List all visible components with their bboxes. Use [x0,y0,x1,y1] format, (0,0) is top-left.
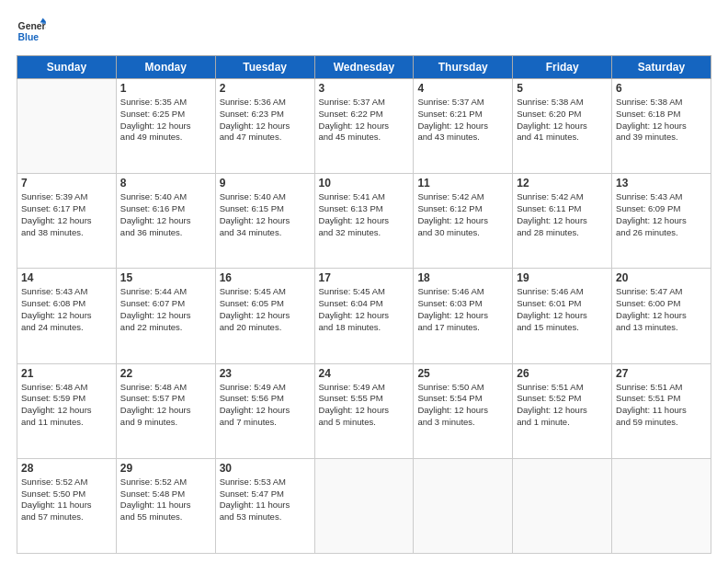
cell-content: Sunrise: 5:49 AM Sunset: 5:55 PM Dayligh… [319,382,410,429]
day-number: 10 [319,177,410,190]
weekday-header-sunday: Sunday [17,56,117,79]
cell-content: Sunrise: 5:42 AM Sunset: 6:11 PM Dayligh… [517,191,608,238]
calendar-cell: 17Sunrise: 5:45 AM Sunset: 6:04 PM Dayli… [314,269,414,363]
day-number: 29 [120,462,211,475]
day-number: 13 [616,177,707,190]
calendar-cell [414,458,513,553]
calendar-cell: 13Sunrise: 5:43 AM Sunset: 6:09 PM Dayli… [612,174,711,269]
week-row-3: 14Sunrise: 5:43 AM Sunset: 6:08 PM Dayli… [17,269,711,363]
cell-content: Sunrise: 5:35 AM Sunset: 6:25 PM Dayligh… [120,97,211,144]
calendar-cell: 8Sunrise: 5:40 AM Sunset: 6:16 PM Daylig… [116,174,215,269]
calendar-cell [314,458,414,553]
cell-content: Sunrise: 5:44 AM Sunset: 6:07 PM Dayligh… [120,286,211,333]
weekday-header-wednesday: Wednesday [314,56,414,79]
weekday-header-friday: Friday [513,56,612,79]
calendar-cell: 7Sunrise: 5:39 AM Sunset: 6:17 PM Daylig… [17,174,117,269]
cell-content: Sunrise: 5:39 AM Sunset: 6:17 PM Dayligh… [21,191,112,238]
calendar-cell: 3Sunrise: 5:37 AM Sunset: 6:22 PM Daylig… [314,79,414,174]
calendar-cell: 20Sunrise: 5:47 AM Sunset: 6:00 PM Dayli… [612,269,711,363]
calendar-cell: 11Sunrise: 5:42 AM Sunset: 6:12 PM Dayli… [414,174,513,269]
weekday-header-tuesday: Tuesday [215,56,314,79]
day-number: 6 [616,82,707,95]
day-number: 21 [21,367,112,380]
day-number: 26 [517,367,608,380]
calendar-cell: 25Sunrise: 5:50 AM Sunset: 5:54 PM Dayli… [414,363,513,458]
calendar-cell: 5Sunrise: 5:38 AM Sunset: 6:20 PM Daylig… [513,79,612,174]
calendar-cell: 14Sunrise: 5:43 AM Sunset: 6:08 PM Dayli… [17,269,117,363]
day-number: 14 [21,271,112,284]
cell-content: Sunrise: 5:48 AM Sunset: 5:59 PM Dayligh… [21,382,112,429]
calendar-cell: 19Sunrise: 5:46 AM Sunset: 6:01 PM Dayli… [513,269,612,363]
weekday-header-saturday: Saturday [612,56,711,79]
calendar-cell: 4Sunrise: 5:37 AM Sunset: 6:21 PM Daylig… [414,79,513,174]
day-number: 8 [120,177,211,190]
calendar-cell: 1Sunrise: 5:35 AM Sunset: 6:25 PM Daylig… [116,79,215,174]
cell-content: Sunrise: 5:43 AM Sunset: 6:09 PM Dayligh… [616,191,707,238]
day-number: 1 [120,82,211,95]
calendar-cell: 30Sunrise: 5:53 AM Sunset: 5:47 PM Dayli… [215,458,314,553]
day-number: 2 [220,82,311,95]
logo-icon: General Blue [17,17,46,46]
cell-content: Sunrise: 5:49 AM Sunset: 5:56 PM Dayligh… [220,382,311,429]
calendar-cell [612,458,711,553]
day-number: 16 [220,271,311,284]
calendar-cell: 10Sunrise: 5:41 AM Sunset: 6:13 PM Dayli… [314,174,414,269]
cell-content: Sunrise: 5:40 AM Sunset: 6:16 PM Dayligh… [120,191,211,238]
cell-content: Sunrise: 5:42 AM Sunset: 6:12 PM Dayligh… [417,191,508,238]
day-number: 30 [220,462,311,475]
calendar-cell: 6Sunrise: 5:38 AM Sunset: 6:18 PM Daylig… [612,79,711,174]
cell-content: Sunrise: 5:37 AM Sunset: 6:22 PM Dayligh… [319,97,410,144]
cell-content: Sunrise: 5:51 AM Sunset: 5:51 PM Dayligh… [616,382,707,429]
calendar-cell: 18Sunrise: 5:46 AM Sunset: 6:03 PM Dayli… [414,269,513,363]
day-number: 12 [517,177,608,190]
cell-content: Sunrise: 5:50 AM Sunset: 5:54 PM Dayligh… [417,382,508,429]
day-number: 27 [616,367,707,380]
cell-content: Sunrise: 5:40 AM Sunset: 6:15 PM Dayligh… [220,191,311,238]
day-number: 23 [220,367,311,380]
day-number: 11 [417,177,508,190]
cell-content: Sunrise: 5:45 AM Sunset: 6:05 PM Dayligh… [220,286,311,333]
cell-content: Sunrise: 5:53 AM Sunset: 5:47 PM Dayligh… [220,477,311,523]
calendar-cell: 22Sunrise: 5:48 AM Sunset: 5:57 PM Dayli… [116,363,215,458]
cell-content: Sunrise: 5:51 AM Sunset: 5:52 PM Dayligh… [517,382,608,429]
week-row-2: 7Sunrise: 5:39 AM Sunset: 6:17 PM Daylig… [17,174,711,269]
cell-content: Sunrise: 5:38 AM Sunset: 6:20 PM Dayligh… [517,97,608,144]
weekday-header-monday: Monday [116,56,215,79]
cell-content: Sunrise: 5:52 AM Sunset: 5:50 PM Dayligh… [21,477,112,523]
day-number: 24 [319,367,410,380]
cell-content: Sunrise: 5:47 AM Sunset: 6:00 PM Dayligh… [616,286,707,333]
calendar-page: General Blue SundayMondayTuesdayWednesda… [0,0,728,563]
svg-text:Blue: Blue [18,32,40,42]
cell-content: Sunrise: 5:52 AM Sunset: 5:48 PM Dayligh… [120,477,211,523]
week-row-1: 1Sunrise: 5:35 AM Sunset: 6:25 PM Daylig… [17,79,711,174]
cell-content: Sunrise: 5:46 AM Sunset: 6:03 PM Dayligh… [417,286,508,333]
cell-content: Sunrise: 5:43 AM Sunset: 6:08 PM Dayligh… [21,286,112,333]
calendar-cell: 16Sunrise: 5:45 AM Sunset: 6:05 PM Dayli… [215,269,314,363]
day-number: 4 [417,82,508,95]
calendar-cell [17,79,117,174]
calendar-cell: 23Sunrise: 5:49 AM Sunset: 5:56 PM Dayli… [215,363,314,458]
calendar-cell: 9Sunrise: 5:40 AM Sunset: 6:15 PM Daylig… [215,174,314,269]
day-number: 17 [319,271,410,284]
header: General Blue [17,17,711,46]
week-row-4: 21Sunrise: 5:48 AM Sunset: 5:59 PM Dayli… [17,363,711,458]
day-number: 25 [417,367,508,380]
cell-content: Sunrise: 5:45 AM Sunset: 6:04 PM Dayligh… [319,286,410,333]
day-number: 22 [120,367,211,380]
day-number: 20 [616,271,707,284]
day-number: 9 [220,177,311,190]
calendar-cell: 28Sunrise: 5:52 AM Sunset: 5:50 PM Dayli… [17,458,117,553]
calendar-cell: 27Sunrise: 5:51 AM Sunset: 5:51 PM Dayli… [612,363,711,458]
day-number: 19 [517,271,608,284]
calendar-cell: 12Sunrise: 5:42 AM Sunset: 6:11 PM Dayli… [513,174,612,269]
cell-content: Sunrise: 5:46 AM Sunset: 6:01 PM Dayligh… [517,286,608,333]
calendar-cell: 24Sunrise: 5:49 AM Sunset: 5:55 PM Dayli… [314,363,414,458]
calendar-cell: 2Sunrise: 5:36 AM Sunset: 6:23 PM Daylig… [215,79,314,174]
cell-content: Sunrise: 5:38 AM Sunset: 6:18 PM Dayligh… [616,97,707,144]
calendar-cell: 29Sunrise: 5:52 AM Sunset: 5:48 PM Dayli… [116,458,215,553]
cell-content: Sunrise: 5:36 AM Sunset: 6:23 PM Dayligh… [220,97,311,144]
day-number: 28 [21,462,112,475]
logo: General Blue [17,17,51,46]
day-number: 7 [21,177,112,190]
cell-content: Sunrise: 5:48 AM Sunset: 5:57 PM Dayligh… [120,382,211,429]
